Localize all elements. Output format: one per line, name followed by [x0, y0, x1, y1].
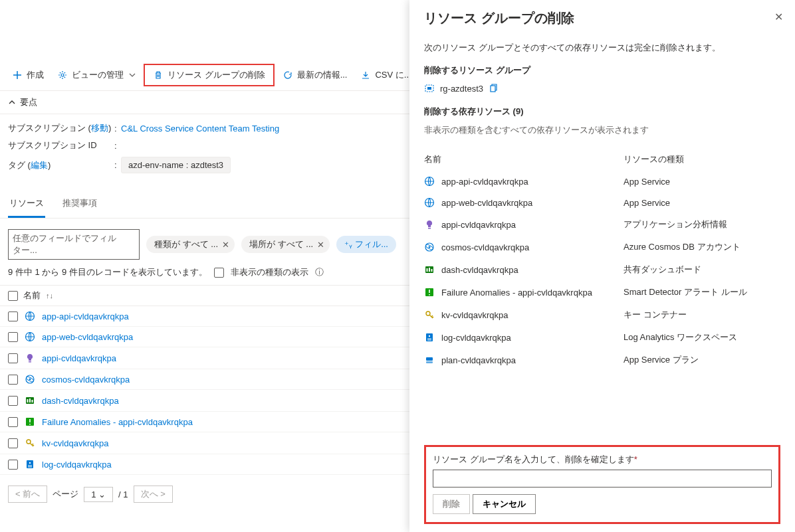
resource-link[interactable]: log-cvldqavkrqkpa	[42, 460, 112, 470]
dependency-name: plan-cvldqavkrqkpa	[441, 355, 516, 365]
dependency-row: cosmos-cvldqavkrqkpaAzure Cosmos DB アカウン…	[424, 236, 780, 258]
row-checkbox[interactable]	[8, 438, 18, 448]
svg-point-6	[29, 379, 31, 381]
svg-rect-32	[426, 357, 433, 361]
svg-point-14	[29, 462, 31, 464]
dependencies-header-row: 名前 リソースの種類	[424, 148, 780, 171]
resource-icon	[25, 459, 35, 470]
manage-view-label: ビューの管理	[72, 69, 124, 81]
dependency-type: キー コンテナー	[624, 309, 687, 321]
resource-link[interactable]: cosmos-cvldqavkrqkpa	[42, 375, 130, 385]
record-count-text: 9 件中 1 から 9 件目のレコードを表示しています。	[8, 266, 207, 278]
dependency-row: dash-cvldqavkrqkpa共有ダッシュボード	[424, 258, 780, 281]
svg-rect-9	[29, 399, 31, 402]
resource-link[interactable]: kv-cvldqavkrqkpa	[42, 438, 108, 448]
dep-col-type: リソースの種類	[624, 153, 684, 165]
confirm-box: リソース グループ名を入力して、削除を確定します* 削除 キャンセル	[424, 445, 780, 524]
svg-point-31	[429, 335, 430, 337]
dependency-name: Failure Anomalies - appi-cvldqavkrqkpa	[441, 288, 592, 298]
dependency-name: dash-cvldqavkrqkpa	[441, 265, 518, 275]
row-checkbox[interactable]	[8, 375, 18, 385]
essentials-header-label: 要点	[20, 96, 37, 108]
subscription-move-link[interactable]: 移動	[91, 123, 108, 133]
resource-link[interactable]: appi-cvldqavkrqkpa	[42, 353, 116, 363]
refresh-icon	[283, 70, 293, 80]
resource-icon	[424, 310, 435, 320]
hidden-types-label: 非表示の種類の表示	[231, 266, 308, 278]
resource-link[interactable]: app-web-cvldqavkrqkpa	[42, 332, 133, 342]
row-checkbox[interactable]	[8, 460, 18, 470]
cancel-button[interactable]: キャンセル	[473, 494, 536, 514]
dependency-name: app-api-cvldqavkrqkpa	[441, 177, 528, 187]
export-csv-label: CSV に...	[375, 69, 411, 81]
select-all-checkbox[interactable]	[8, 291, 18, 301]
delete-flyout: ✕ リソース グループの削除 次のリソース グループとそのすべての依存リソースは…	[409, 0, 795, 532]
row-checkbox[interactable]	[8, 353, 18, 363]
dependency-row: appi-cvldqavkrqkpaアプリケーション分析情報	[424, 213, 780, 236]
dependency-row: kv-cvldqavkrqkpaキー コンテナー	[424, 304, 780, 326]
type-filter-pill[interactable]: 種類が すべて ...✕	[146, 236, 235, 253]
manage-view-button[interactable]: ビューの管理	[52, 66, 141, 84]
rg-name: rg-azdtest3	[440, 84, 483, 94]
dep-col-name: 名前	[424, 153, 624, 165]
create-button[interactable]: 作成	[7, 66, 49, 84]
confirm-input[interactable]	[433, 470, 772, 488]
filter-input[interactable]: 任意のフィールドでフィルター...	[8, 229, 140, 260]
row-checkbox[interactable]	[8, 332, 18, 342]
close-icon: ✕	[222, 240, 229, 250]
hidden-types-checkbox[interactable]	[214, 268, 224, 278]
dependency-row: log-cvldqavkrqkpaLog Analytics ワークスペース	[424, 326, 780, 349]
svg-rect-25	[427, 268, 428, 272]
location-filter-pill[interactable]: 場所が すべて ...✕	[241, 236, 330, 253]
close-flyout-button[interactable]: ✕	[774, 11, 783, 23]
copy-icon[interactable]	[489, 84, 498, 93]
refresh-button[interactable]: 最新の情報...	[277, 66, 353, 84]
tag-chip[interactable]: azd-env-name : azdtest3	[121, 157, 231, 173]
confirm-label: リソース グループ名を入力して、削除を確定します*	[433, 454, 772, 466]
tab-resources[interactable]: リソース	[8, 191, 45, 218]
flyout-title: リソース グループの削除	[424, 9, 780, 27]
section-dep-header: 削除する依存リソース (9)	[424, 106, 780, 118]
svg-rect-17	[491, 86, 495, 92]
subscription-label: サブスクリプション	[8, 123, 86, 133]
row-checkbox[interactable]	[8, 396, 18, 406]
plus-icon	[12, 70, 23, 80]
dependency-type: アプリケーション分析情報	[624, 219, 727, 230]
row-checkbox[interactable]	[8, 311, 18, 321]
trash-icon	[153, 70, 164, 80]
delete-rg-highlight: リソース グループの削除	[144, 64, 275, 86]
download-icon	[360, 70, 371, 80]
resource-link[interactable]: app-api-cvldqavkrqkpa	[42, 311, 129, 321]
resource-icon	[25, 416, 35, 427]
tags-label: タグ	[8, 160, 25, 170]
dependency-type: Smart Detector アラート ルール	[624, 286, 747, 298]
resource-icon	[25, 353, 35, 363]
create-label: 作成	[27, 69, 44, 81]
delete-rg-button[interactable]: リソース グループの削除	[148, 66, 271, 84]
export-csv-button[interactable]: CSV に...	[355, 66, 416, 84]
svg-rect-10	[32, 400, 33, 402]
info-icon[interactable]: ⓘ	[315, 266, 324, 278]
tab-recommendations[interactable]: 推奨事項	[61, 191, 98, 218]
resource-link[interactable]: dash-cvldqavkrqkpa	[42, 396, 119, 406]
subscription-id-label: サブスクリプション ID	[8, 139, 114, 151]
delete-rg-label: リソース グループの削除	[168, 69, 265, 81]
delete-confirm-button[interactable]: 削除	[433, 494, 470, 514]
col-name-header[interactable]: 名前	[23, 290, 41, 302]
sort-icon: ↑↓	[46, 292, 53, 300]
resource-icon	[424, 197, 435, 208]
add-filter-pill[interactable]: ⁺ᵧフィル...	[336, 236, 396, 253]
svg-rect-26	[429, 268, 430, 272]
svg-rect-20	[428, 228, 431, 229]
next-page-button[interactable]: 次へ >	[134, 486, 173, 503]
tags-edit-link[interactable]: 編集	[31, 160, 48, 170]
page-select[interactable]: 1 ⌄	[84, 487, 113, 502]
dependency-name: kv-cvldqavkrqkpa	[441, 310, 508, 320]
prev-page-button[interactable]: < 前へ	[8, 486, 47, 503]
chevron-up-icon	[8, 98, 16, 106]
section-rg-header: 削除するリソース グループ	[424, 64, 780, 76]
subscription-link[interactable]: C&L Cross Service Content Team Testing	[121, 124, 279, 133]
dependency-type: Log Analytics ワークスペース	[624, 331, 737, 343]
row-checkbox[interactable]	[8, 417, 18, 427]
resource-link[interactable]: Failure Anomalies - appi-cvldqavkrqkpa	[42, 417, 193, 427]
